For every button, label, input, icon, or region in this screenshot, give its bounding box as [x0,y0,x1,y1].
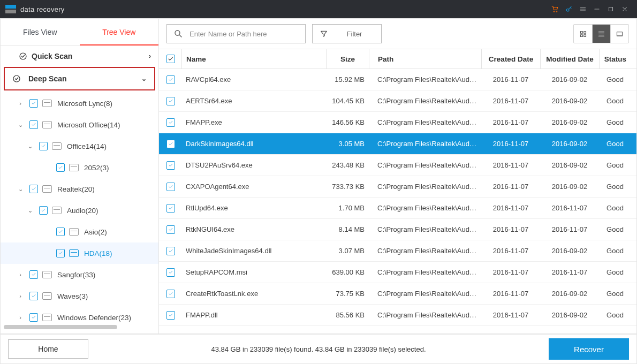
col-created-date[interactable]: Created Date [481,49,540,69]
table-row[interactable]: AERTSr64.exe104.45 KBC:\Program Files\Re… [159,90,636,112]
cell-size: 15.92 MB [326,75,369,84]
tree-node[interactable]: ⌄Office14(14) [1,135,158,157]
cell-created-date: 2016-11-07 [481,311,540,319]
tab-files-view[interactable]: Files View [1,19,80,45]
col-path[interactable]: Path [369,49,481,69]
table-row[interactable]: WhiteJadeSkinImages64.dll3.07 MBC:\Progr… [159,240,636,262]
row-checkbox[interactable] [166,247,175,255]
deep-scan-label: Deep Scan [28,74,67,83]
table-row[interactable]: CreateRtkToastLnk.exe73.75 KBC:\Program … [159,283,636,305]
cell-status: Good [599,311,636,319]
tree-expand-icon[interactable]: ⌄ [25,207,35,214]
folder-icon [42,271,52,278]
cell-status: Good [599,140,636,148]
view-list-icon[interactable] [592,25,610,43]
cell-path: C:\Program Files\Realtek\Audio\... [369,225,481,233]
search-input-wrapper[interactable] [166,24,306,43]
footer: Home 43.84 GB in 233039 file(s) found. 4… [0,334,637,364]
row-checkbox[interactable] [166,161,175,170]
row-checkbox[interactable] [166,290,175,298]
tree-node-label: Waves(3) [57,292,88,300]
table-row[interactable]: RtkNGUI64.exe8.14 MBC:\Program Files\Rea… [159,219,636,240]
row-checkbox[interactable] [166,268,175,277]
tree-checkbox[interactable] [56,228,65,236]
tree-node-label: HDA(18) [84,249,112,257]
cell-path: C:\Program Files\Realtek\Audio\... [369,161,481,169]
row-checkbox[interactable] [166,183,175,191]
tab-tree-view[interactable]: Tree View [80,19,159,45]
tree-node[interactable]: ›Waves(3) [1,285,158,307]
cell-path: C:\Program Files\Realtek\Audio\... [369,290,481,298]
tree-checkbox[interactable] [29,313,38,322]
minimize-icon[interactable] [590,2,604,16]
table-row[interactable]: FMAPP.exe146.56 KBC:\Program Files\Realt… [159,112,636,133]
view-grid-icon[interactable] [574,25,592,43]
folder-icon [42,292,52,300]
row-checkbox[interactable] [166,75,175,84]
recover-button[interactable]: Recover [549,338,629,360]
home-button[interactable]: Home [8,339,88,359]
row-checkbox[interactable] [166,311,175,320]
table-row[interactable]: SetupRAPCOM.msi639.00 KBC:\Program Files… [159,262,636,283]
tree-checkbox[interactable] [39,142,48,150]
tree-checkbox[interactable] [29,120,38,129]
row-checkbox[interactable] [166,97,175,105]
cell-name: RtkNGUI64.exe [181,225,326,233]
tree-expand-icon[interactable]: › [16,293,25,299]
tree-node-label: Microsoft Office(14) [57,121,120,129]
tree-node[interactable]: ⌄Realtek(20) [1,178,158,200]
select-all-checkbox[interactable] [166,55,175,63]
tree-node[interactable]: Asio(2) [1,221,158,242]
sidebar-scrollbar[interactable] [4,325,155,329]
table-row[interactable]: DarkSkinImages64.dll3.05 MBC:\Program Fi… [159,133,636,155]
view-preview-icon[interactable] [610,25,628,43]
key-icon[interactable] [562,2,576,16]
tree-expand-icon[interactable]: ⌄ [16,186,25,193]
tree-node-label: Windows Defender(23) [57,314,131,322]
quick-scan-header[interactable]: Quick Scan › [1,46,158,67]
tree-checkbox[interactable] [39,206,48,215]
filter-button[interactable]: Filter [312,24,382,43]
tree-expand-icon[interactable]: ⌄ [16,122,25,128]
maximize-icon[interactable] [604,2,618,16]
table-rows: RAVCpl64.exe15.92 MBC:\Program Files\Rea… [159,69,636,333]
tree-node[interactable]: ⌄Audio(20) [1,200,158,221]
tree-node[interactable]: ⌄Microsoft Office(14) [1,114,158,135]
tree-checkbox[interactable] [56,163,65,172]
row-checkbox[interactable] [166,204,175,213]
tree-expand-icon[interactable]: › [16,100,25,107]
table-row[interactable]: DTSU2PAuSrv64.exe243.48 KBC:\Program Fil… [159,155,636,176]
tree-checkbox[interactable] [29,185,38,193]
tree-node[interactable]: ›Microsoft Lync(8) [1,93,158,114]
tree-expand-icon[interactable]: ⌄ [25,143,35,150]
deep-scan-header[interactable]: Deep Scan ⌄ [5,68,154,89]
col-name[interactable]: Name [181,49,326,69]
tree-expand-icon[interactable]: › [16,271,25,278]
col-status[interactable]: Status [599,49,636,69]
row-checkbox[interactable] [166,225,175,234]
tree-node[interactable]: 2052(3) [1,157,158,178]
col-size[interactable]: Size [326,49,369,69]
close-icon[interactable] [618,2,632,16]
tree-checkbox[interactable] [29,99,38,108]
tree-expand-icon[interactable]: › [16,314,25,321]
tree-checkbox[interactable] [56,249,65,257]
tree-checkbox[interactable] [29,270,38,279]
table-row[interactable]: RtlUpd64.exe1.70 MBC:\Program Files\Real… [159,198,636,219]
table-row[interactable]: FMAPP.dll85.56 KBC:\Program Files\Realte… [159,305,636,326]
tree-checkbox[interactable] [29,292,38,300]
col-modified-date[interactable]: Modified Date [540,49,599,69]
menu-icon[interactable] [576,2,590,16]
table-row[interactable]: CXAPOAgent64.exe733.73 KBC:\Program File… [159,176,636,198]
search-input[interactable] [189,30,305,38]
cell-modified-date: 2016-09-02 [540,247,599,255]
row-checkbox[interactable] [166,118,175,127]
cell-created-date: 2016-11-07 [481,118,540,126]
row-checkbox[interactable] [166,140,175,148]
svg-rect-8 [583,31,586,33]
folder-icon [69,228,79,236]
table-row[interactable]: RAVCpl64.exe15.92 MBC:\Program Files\Rea… [159,69,636,90]
cart-icon[interactable] [548,2,562,16]
tree-node[interactable]: HDA(18) [1,242,158,264]
tree-node[interactable]: ›Sangfor(33) [1,264,158,285]
